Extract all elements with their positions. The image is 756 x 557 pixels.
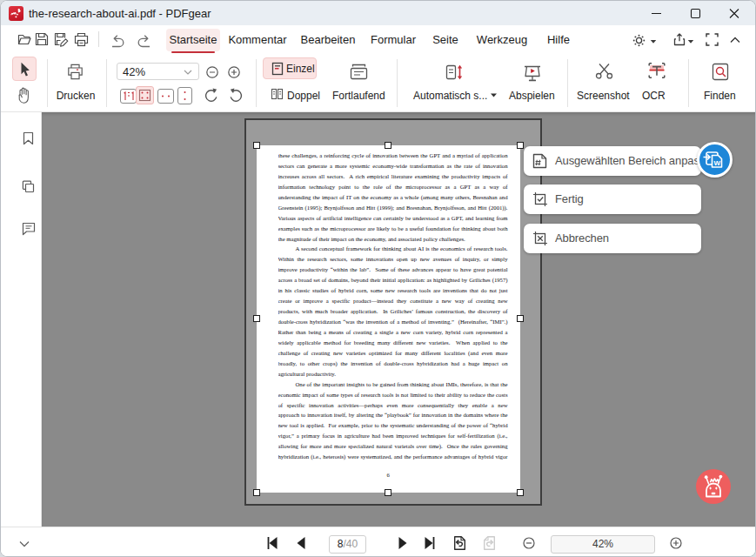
svg-text:W: W (713, 158, 720, 166)
